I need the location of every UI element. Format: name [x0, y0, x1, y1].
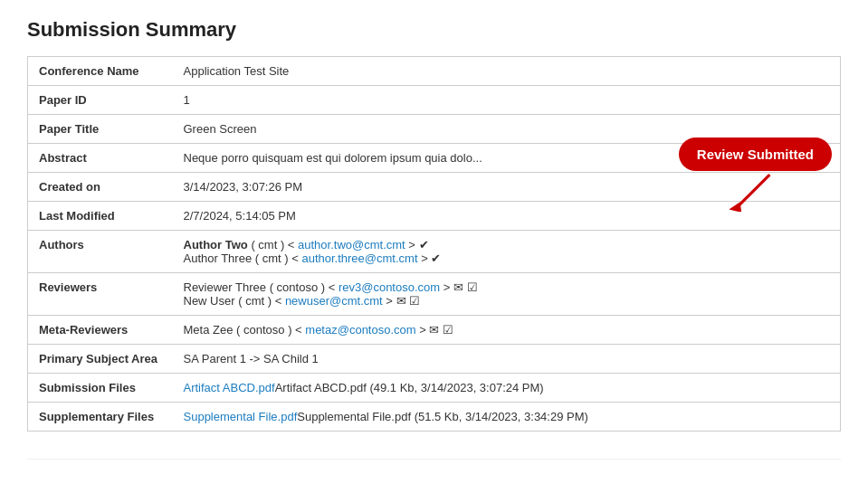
author-name: Author Two	[184, 238, 248, 251]
reviewer-item: New User ( cmt ) < newuser@cmt.cmt > ✉ ☑	[184, 294, 830, 308]
row-label: Paper ID	[28, 86, 173, 115]
row-value: Application Test Site	[173, 57, 841, 86]
row-value-meta-reviewers: Meta Zee ( contoso ) < metaz@contoso.com…	[173, 316, 841, 345]
supplementary-file-link[interactable]: Supplemental File.pdf	[184, 410, 298, 423]
author-org: ( cmt ) <	[255, 251, 302, 265]
submission-file-meta: (49.1 Kb, 3/14/2023, 3:07:24 PM)	[369, 381, 543, 394]
review-submitted-badge: Review Submitted	[679, 138, 832, 171]
table-row: Conference Name Application Test Site	[28, 57, 841, 86]
svg-line-0	[737, 175, 770, 208]
table-row: Primary Subject Area SA Parent 1 -> SA C…	[28, 345, 841, 374]
reviewer-name: Reviewer Three	[184, 280, 267, 294]
callout-arrow-icon	[719, 171, 791, 212]
author-org: ( cmt ) <	[251, 238, 298, 251]
row-value: 1	[173, 86, 841, 115]
submission-table: Conference Name Application Test Site Pa…	[27, 56, 841, 432]
row-label: Conference Name	[28, 57, 173, 86]
meta-reviewer-email: metaz@contoso.com	[305, 323, 415, 337]
supplementary-file-meta: (51.5 Kb, 3/14/2023, 3:34:29 PM)	[415, 410, 588, 423]
meta-reviewer-item: Meta Zee ( contoso ) < metaz@contoso.com…	[184, 323, 830, 337]
row-label: Created on	[28, 173, 173, 202]
svg-marker-1	[730, 202, 742, 212]
row-label: Meta-Reviewers	[28, 316, 173, 345]
submission-file-plain: Artifact ABCD.pdf	[275, 381, 367, 394]
author-name: Author Three	[184, 251, 253, 265]
row-value: SA Parent 1 -> SA Child 1	[173, 345, 841, 374]
reviewer-item: Reviewer Three ( contoso ) < rev3@contos…	[184, 280, 830, 294]
submission-summary-wrapper: Review Submitted Conference Name Applica…	[27, 56, 841, 432]
table-row-meta-reviewers: Meta-Reviewers Meta Zee ( contoso ) < me…	[28, 316, 841, 345]
table-row-supplementary-files: Supplementary Files Supplemental File.pd…	[28, 403, 841, 432]
table-row-submission-files: Submission Files Artifact ABCD.pdfArtifa…	[28, 374, 841, 403]
review-submitted-callout: Review Submitted	[679, 138, 832, 212]
row-label: Authors	[28, 231, 173, 273]
author-item: Author Three ( cmt ) < author.three@cmt.…	[184, 251, 830, 265]
author-email: author.three@cmt.cmt	[301, 251, 417, 265]
row-label: Abstract	[28, 144, 173, 173]
row-label: Submission Files	[28, 374, 173, 403]
meta-reviewer-name: Meta Zee	[184, 323, 234, 337]
row-label: Last Modified	[28, 202, 173, 231]
submission-file-link[interactable]: Artifact ABCD.pdf	[184, 381, 275, 394]
table-row-reviewers: Reviewers Reviewer Three ( contoso ) < r…	[28, 273, 841, 316]
row-label: Primary Subject Area	[28, 345, 173, 374]
row-label: Paper Title	[28, 115, 173, 144]
reviewer-email: rev3@contoso.com	[339, 280, 440, 294]
author-item: Author Two ( cmt ) < author.two@cmt.cmt …	[184, 238, 830, 251]
table-row-authors: Authors Author Two ( cmt ) < author.two@…	[28, 231, 841, 273]
row-value-reviewers: Reviewer Three ( contoso ) < rev3@contos…	[173, 273, 841, 316]
table-row: Paper ID 1	[28, 86, 841, 115]
row-value-supplementary-files: Supplemental File.pdfSupplemental File.p…	[173, 403, 841, 432]
bottom-section: Back to Chair Console	[27, 459, 841, 484]
row-label: Supplementary Files	[28, 403, 173, 432]
supplementary-file-plain: Supplemental File.pdf	[297, 410, 411, 423]
page-title: Submission Summary	[27, 18, 841, 42]
row-label: Reviewers	[28, 273, 173, 316]
author-email: author.two@cmt.cmt	[298, 238, 405, 251]
row-value-submission-files: Artifact ABCD.pdfArtifact ABCD.pdf (49.1…	[173, 374, 841, 403]
row-value-authors: Author Two ( cmt ) < author.two@cmt.cmt …	[173, 231, 841, 273]
reviewer-email: newuser@cmt.cmt	[285, 294, 383, 308]
reviewer-name: New User	[184, 294, 235, 308]
